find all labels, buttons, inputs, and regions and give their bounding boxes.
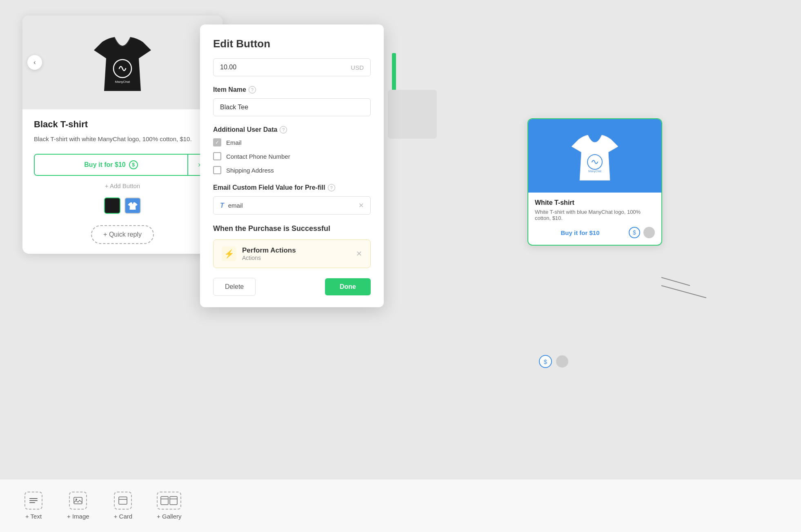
edit-button-modal: Edit Button USD Item Name ? Additional U… bbox=[200, 24, 384, 307]
quick-reply-button[interactable]: + Quick reply bbox=[91, 225, 154, 244]
card-thumbnails bbox=[34, 197, 211, 214]
checkbox-shipping-label: Shipping Address bbox=[226, 167, 274, 174]
checkbox-email-label: Email bbox=[226, 139, 242, 146]
bottom-toolbar: + Text + Image + Card bbox=[0, 479, 801, 532]
bolt-icon: ⚡ bbox=[222, 246, 236, 261]
checkbox-email-row: Email bbox=[213, 138, 371, 146]
image-icon bbox=[73, 496, 83, 505]
svg-rect-13 bbox=[161, 497, 168, 505]
svg-rect-11 bbox=[119, 497, 127, 504]
svg-point-10 bbox=[76, 499, 77, 500]
buy-button-label: Buy it for $10 bbox=[84, 161, 125, 168]
thumbnail-black[interactable] bbox=[104, 197, 120, 214]
email-custom-field-input[interactable] bbox=[228, 202, 354, 209]
white-tshirt-image: ManyChat bbox=[568, 125, 621, 186]
right-product-card: ManyChat White T-shirt White T-shirt wit… bbox=[527, 118, 662, 246]
add-button-label[interactable]: + Add Button bbox=[34, 182, 211, 189]
right-buy-dot bbox=[643, 227, 655, 238]
text-lines-icon bbox=[29, 496, 38, 505]
done-button[interactable]: Done bbox=[325, 278, 371, 295]
right-card-image: ManyChat bbox=[528, 119, 661, 193]
prev-card-arrow[interactable]: ‹ bbox=[27, 55, 42, 70]
currency-label: USD bbox=[351, 64, 364, 71]
toolbar-image-item[interactable]: + Image bbox=[67, 492, 89, 520]
modal-footer: Delete Done bbox=[213, 278, 371, 296]
svg-text:ManyChat: ManyChat bbox=[115, 80, 130, 84]
item-name-help-icon[interactable]: ? bbox=[249, 86, 256, 93]
right-buy-button[interactable]: Buy it for $10 bbox=[535, 229, 625, 236]
checkbox-group: Email Contact Phone Number Shipping Addr… bbox=[213, 138, 371, 174]
toolbar-image-label: + Image bbox=[67, 513, 89, 520]
dollar-circle-icon: $ bbox=[539, 355, 552, 368]
toolbar-card-label: + Card bbox=[114, 513, 132, 520]
green-accent-bar bbox=[392, 53, 396, 94]
checkbox-email[interactable] bbox=[213, 138, 221, 146]
buy-button-container[interactable]: Buy it for $10 $ › bbox=[34, 154, 211, 176]
price-input[interactable] bbox=[220, 64, 351, 71]
right-buy-row: Buy it for $10 $ bbox=[535, 227, 655, 238]
gray-circle-icon bbox=[556, 355, 568, 368]
card-icon-box bbox=[114, 492, 132, 510]
modal-title: Edit Button bbox=[213, 38, 371, 50]
action-card-subtitle: Actions bbox=[242, 255, 350, 261]
additional-data-label: Additional User Data ? bbox=[213, 126, 371, 133]
svg-rect-9 bbox=[74, 497, 82, 504]
toolbar-gallery-item[interactable]: + Gallery bbox=[157, 492, 181, 520]
email-help-icon[interactable]: ? bbox=[328, 184, 335, 191]
dollar-icon: $ bbox=[129, 160, 138, 169]
toolbar-text-item[interactable]: + Text bbox=[24, 492, 42, 520]
gallery-icon bbox=[160, 496, 178, 505]
svg-text:ManyChat: ManyChat bbox=[588, 170, 601, 173]
right-dollar-icon: $ bbox=[629, 227, 640, 238]
svg-rect-14 bbox=[170, 497, 177, 505]
card-body: Black T-shirt Black T-shirt with white M… bbox=[22, 109, 222, 254]
checkbox-phone-row: Contact Phone Number bbox=[213, 152, 371, 160]
checkbox-shipping-row: Shipping Address bbox=[213, 166, 371, 174]
card-icon bbox=[118, 496, 128, 505]
left-product-card: ManyChat ‹ › Black T-shirt Black T-shirt… bbox=[22, 16, 222, 254]
action-card-title: Perform Actions bbox=[242, 246, 350, 255]
clear-email-icon[interactable]: ✕ bbox=[358, 202, 364, 209]
price-input-row: USD bbox=[213, 58, 371, 76]
toolbar-card-item[interactable]: + Card bbox=[114, 492, 132, 520]
gray-bg-panel bbox=[388, 90, 437, 139]
right-card-title: White T-shirt bbox=[535, 199, 655, 206]
additional-data-help-icon[interactable]: ? bbox=[280, 126, 287, 133]
email-field-label: Email Custom Field Value for Pre-fill ? bbox=[213, 184, 371, 191]
toolbar-text-label: + Text bbox=[25, 513, 42, 520]
buy-button-main[interactable]: Buy it for $10 $ bbox=[35, 155, 187, 175]
right-card-body: White T-shirt White T-shirt with blue Ma… bbox=[528, 193, 661, 245]
toolbar-gallery-label: + Gallery bbox=[157, 513, 181, 520]
image-icon-box bbox=[69, 492, 87, 510]
checkbox-phone-label: Contact Phone Number bbox=[226, 153, 290, 160]
quick-reply-container: + Quick reply bbox=[34, 225, 211, 244]
text-icon bbox=[24, 492, 42, 510]
right-card-description: White T-shirt with blue ManyChat logo, 1… bbox=[535, 209, 655, 221]
purchase-section-label: When the Purchase is Successful bbox=[213, 224, 371, 233]
product-image: ManyChat bbox=[90, 26, 155, 99]
text-field-icon: T bbox=[220, 202, 224, 209]
thumbnail-white[interactable] bbox=[125, 197, 141, 214]
action-card-close-icon[interactable]: ✕ bbox=[356, 249, 362, 258]
card-title: Black T-shirt bbox=[34, 119, 211, 130]
checkbox-phone[interactable] bbox=[213, 152, 221, 160]
delete-button[interactable]: Delete bbox=[213, 278, 256, 296]
item-name-label: Item Name ? bbox=[213, 86, 371, 93]
action-card-text: Perform Actions Actions bbox=[242, 246, 350, 261]
card-image-area: ManyChat ‹ › bbox=[22, 16, 222, 109]
checkbox-shipping[interactable] bbox=[213, 166, 221, 174]
gallery-icon-box bbox=[157, 492, 181, 510]
card-description: Black T-shirt with white ManyChat logo, … bbox=[34, 135, 211, 144]
action-card: ⚡ Perform Actions Actions ✕ bbox=[213, 239, 371, 268]
bottom-icons-row: $ bbox=[539, 355, 568, 368]
email-input-row: T ✕ bbox=[213, 196, 371, 215]
email-field-section: Email Custom Field Value for Pre-fill ? … bbox=[213, 184, 371, 215]
item-name-input[interactable] bbox=[213, 98, 371, 116]
